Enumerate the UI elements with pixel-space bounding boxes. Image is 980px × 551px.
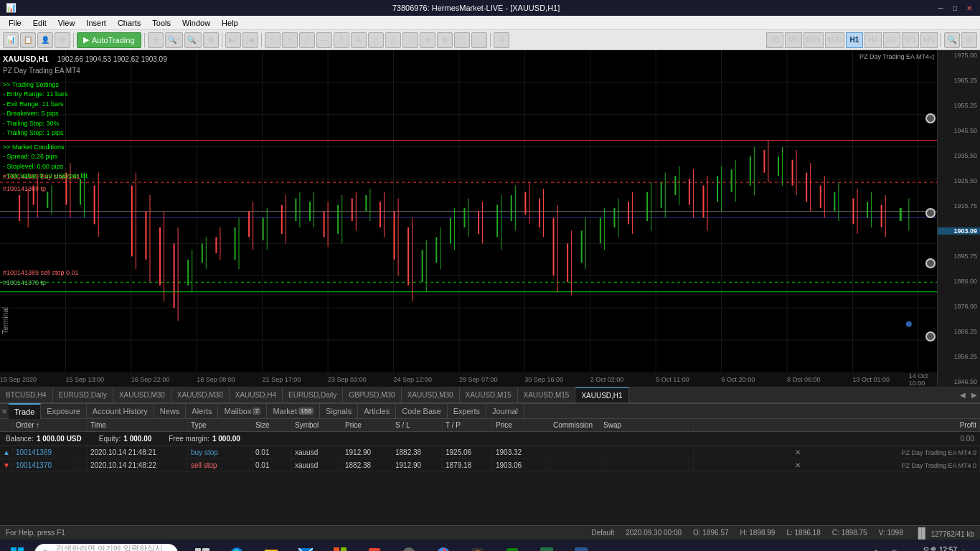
ea-marker-3[interactable] <box>925 258 936 268</box>
ea-marker-2[interactable] <box>925 208 936 218</box>
tf-mn[interactable]: MN <box>920 32 938 48</box>
zoom-out-button[interactable]: 🔍- <box>184 32 201 48</box>
autotrading-button[interactable]: ▶ AutoTrading <box>77 32 141 48</box>
ellipse-tool[interactable]: ○ <box>402 32 418 48</box>
tf-m5[interactable]: M5 <box>785 32 802 48</box>
candlestick-area[interactable]: XAUUSD,H1 1902.66 1904.53 1902.62 1903.0… <box>0 50 937 372</box>
taskbar-app-unknown1[interactable]: ? <box>393 541 425 551</box>
search-bar[interactable]: 🔍 검색하려면 여기에 입력하십시오. <box>34 544 178 551</box>
terminal-close-btn[interactable]: ✕ <box>0 408 9 415</box>
sym-tab-btcusd[interactable]: BTCUSD,H4 <box>0 387 53 403</box>
zoom-in-button[interactable]: 🔍+ <box>165 32 184 48</box>
expert-button[interactable]: ▶| <box>225 32 241 48</box>
sym-tab-eurusd-daily-2[interactable]: EURUSD,Daily <box>283 387 343 403</box>
tab-trade[interactable]: Trade <box>9 403 41 419</box>
close-button[interactable]: ✕ <box>964 3 974 13</box>
taskbar-app-adobe[interactable]: Ai <box>359 541 390 551</box>
taskbar-app-mail[interactable] <box>290 541 321 551</box>
close-order-2[interactable]: ✕ <box>795 461 801 469</box>
sym-tab-xauusd-m30-3[interactable]: XAUUSD,M30 <box>402 387 460 403</box>
ea-marker-4[interactable] <box>925 331 936 342</box>
tab-codebse[interactable]: Code Base <box>396 403 447 419</box>
tab-market[interactable]: Market158 <box>267 403 320 419</box>
taskbar-app-edge[interactable] <box>221 541 253 551</box>
sym-tab-xauusd-h1[interactable]: XAUUSD,H1 <box>575 387 628 403</box>
th-order[interactable]: Order ↑ <box>13 419 77 431</box>
menu-window[interactable]: Window <box>176 16 216 30</box>
taskbar-app-explorer[interactable] <box>255 541 287 551</box>
taskbar-app-gaming[interactable] <box>496 541 528 551</box>
taskbar-app-word[interactable]: W <box>565 541 597 551</box>
taskbar-app-excel[interactable]: X <box>531 541 562 551</box>
andrews-tool[interactable]: ⑂ <box>454 32 470 48</box>
crosshair-button[interactable]: ✛ <box>148 32 164 48</box>
sym-tab-nav-left[interactable]: ◀ <box>957 387 969 403</box>
sym-tab-gbpusd-m30[interactable]: GBPUSD,M30 <box>343 387 401 403</box>
minimize-button[interactable]: ─ <box>936 3 946 13</box>
tab-mailbox[interactable]: Mailbox7 <box>218 403 267 419</box>
taskbar-app-taskview[interactable] <box>187 541 218 551</box>
tab-experts[interactable]: Experts <box>448 403 486 419</box>
new-chart-button[interactable]: 📊 <box>3 32 19 48</box>
tab-account-history[interactable]: Account History <box>87 403 154 419</box>
properties-button[interactable]: ⊞ <box>203 32 219 48</box>
menu-file[interactable]: File <box>3 16 27 30</box>
sym-tab-xauusd-m30-2[interactable]: XAUUSD,M30 <box>171 387 230 403</box>
line-tool[interactable]: ╱ <box>299 32 315 48</box>
profiles-button[interactable]: 👤 <box>37 32 53 48</box>
menu-tools[interactable]: Tools <box>146 16 176 30</box>
script-button[interactable]: |◀ <box>242 32 258 48</box>
tf-w1[interactable]: W1 <box>902 32 919 48</box>
channel-tool[interactable]: /\ <box>334 32 349 48</box>
sym-tab-xauusd-h4[interactable]: XAUUSD,H4 <box>230 387 283 403</box>
sym-tab-nav-right[interactable]: ▶ <box>969 387 980 403</box>
tab-exposure[interactable]: Exposure <box>41 403 86 419</box>
menu-edit[interactable]: Edit <box>27 16 52 30</box>
tab-news[interactable]: News <box>154 403 187 419</box>
templates-button[interactable]: 📋 <box>20 32 36 48</box>
start-button[interactable] <box>3 541 32 551</box>
tab-alerts[interactable]: Alerts <box>186 403 218 419</box>
taskbar-app-store[interactable] <box>324 541 356 551</box>
delete-tool[interactable]: ✕ <box>494 32 509 48</box>
taskbar-app-unknown2[interactable] <box>462 541 494 551</box>
menu-charts[interactable]: Charts <box>112 16 146 30</box>
taskbar-app-chrome[interactable] <box>428 541 459 551</box>
maximize-button[interactable]: □ <box>950 3 960 13</box>
tray-lang[interactable]: ENG <box>903 548 915 551</box>
triangle-tool[interactable]: △ <box>385 32 401 48</box>
sym-tab-xauusd-m15-1[interactable]: XAUUSD,M15 <box>460 387 518 403</box>
tab-signals[interactable]: Signals <box>320 403 358 419</box>
tf-h4[interactable]: H4 <box>864 32 882 48</box>
tab-articles[interactable]: Articles <box>358 403 396 419</box>
clock[interactable]: 오후 12:57 2020-10-14 <box>920 545 957 552</box>
menu-insert[interactable]: Insert <box>80 16 112 30</box>
market-watch-button[interactable]: 👁 <box>55 32 70 48</box>
search-button[interactable]: 🔍 <box>944 32 960 48</box>
rectangle-tool[interactable]: □ <box>368 32 384 48</box>
settings-button[interactable]: ⚙ <box>961 32 977 48</box>
tab-journal[interactable]: Journal <box>486 403 524 419</box>
menu-help[interactable]: Help <box>216 16 244 30</box>
ea-marker-1[interactable] <box>925 113 936 123</box>
fibonacci-tool[interactable]: ≋ <box>420 32 435 48</box>
tf-m30[interactable]: M30 <box>825 32 844 48</box>
tf-m1[interactable]: M1 <box>766 32 783 48</box>
menu-view[interactable]: View <box>52 16 81 30</box>
crosshair-tool[interactable]: + <box>282 32 298 48</box>
sym-tab-xauusd-m30-1[interactable]: XAUUSD,M30 <box>113 387 171 403</box>
gann-tool[interactable]: ⊗ <box>437 32 453 48</box>
tf-d1[interactable]: D1 <box>883 32 900 48</box>
sym-tab-xauusd-m15-2[interactable]: XAUUSD,M15 <box>518 387 576 403</box>
tf-m15[interactable]: M15 <box>804 32 823 48</box>
arrow-tool[interactable]: ↑ <box>471 32 487 48</box>
text-tool[interactable]: A <box>351 32 367 48</box>
hline-tool[interactable]: — <box>316 32 332 48</box>
show-desktop-button[interactable]: ▭ <box>963 548 974 551</box>
tray-network[interactable]: 🔌 <box>872 548 883 551</box>
cursor-tool[interactable]: ↖ <box>265 32 281 48</box>
close-order-1[interactable]: ✕ <box>795 448 801 456</box>
tf-h1[interactable]: H1 <box>846 32 863 48</box>
sym-tab-eurusd-daily[interactable]: EURUSD,Daily <box>53 387 113 403</box>
tray-up-arrow[interactable]: ∧ <box>856 548 867 551</box>
